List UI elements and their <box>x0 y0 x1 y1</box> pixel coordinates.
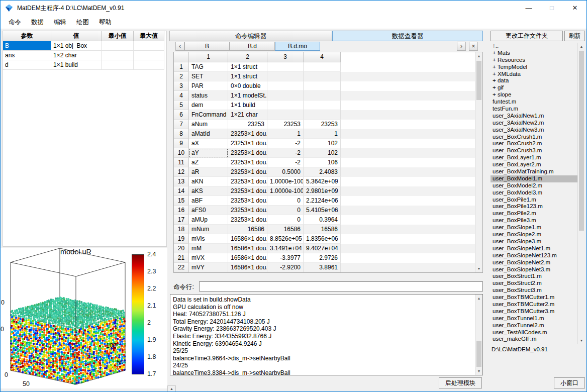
menu-plot[interactable]: 绘图 <box>71 16 94 29</box>
menu-data[interactable]: 数据 <box>26 16 49 29</box>
file-item[interactable]: user_BoxPile2.m <box>491 210 577 217</box>
grid-cell[interactable]: aZ <box>189 158 228 167</box>
grid-cell[interactable]: mNum <box>189 225 228 234</box>
minimize-button[interactable]: — <box>517 1 540 16</box>
grid-cell[interactable]: 16586×1 dou... <box>228 244 267 253</box>
grid-cell[interactable]: 1.0000e-100 <box>267 177 304 186</box>
grid-cell[interactable]: 5.3642e+09 <box>304 177 341 186</box>
file-item[interactable]: user_BoxModel2.m <box>491 182 577 189</box>
grid-cell[interactable]: 102 <box>304 139 341 148</box>
file-item[interactable]: user_BoxModel1.m <box>491 175 577 182</box>
grid-cell[interactable]: aY <box>189 148 228 158</box>
small-window-button[interactable]: 小窗口 <box>554 377 585 388</box>
grid-cell[interactable] <box>304 81 341 91</box>
grid-cell[interactable]: -2 <box>267 148 304 158</box>
grid-cell[interactable]: mVY <box>189 263 228 272</box>
scroll-down-icon[interactable]: ▼ <box>475 265 482 272</box>
menu-command[interactable]: 命令 <box>4 16 26 29</box>
grid-row[interactable]: 1TAG1×1 struct <box>174 62 475 72</box>
grid-cell[interactable] <box>267 91 304 101</box>
file-item[interactable]: + data <box>491 77 577 84</box>
grid-row[interactable]: 4status1×1 modelSt... <box>174 91 475 101</box>
file-item[interactable]: user_BoxModel3.m <box>491 189 577 197</box>
file-item[interactable]: user_BoxSlopeNet2.m <box>491 259 577 266</box>
console-output[interactable]: Data is set in build.showDataGPU calcula… <box>170 294 483 375</box>
subtab-b[interactable]: B <box>184 42 230 51</box>
file-item[interactable]: user_BoxLayer1.m <box>491 154 577 161</box>
file-item[interactable]: user_BoxSlopeNet1.m <box>491 245 577 252</box>
grid-cell[interactable]: 3.8961 <box>304 263 341 272</box>
tab-command-editor[interactable]: 命令编辑器 <box>169 31 332 41</box>
grid-cell[interactable]: 23253×1 dou... <box>228 148 267 158</box>
grid-row[interactable]: 3PAR0×0 double <box>174 81 475 91</box>
scroll-down-icon[interactable]: ▼ <box>475 367 482 375</box>
subtab-close-button[interactable]: × <box>469 42 478 51</box>
grid-cell[interactable]: 0 <box>267 196 304 206</box>
grid-cell[interactable]: 16586×1 dou... <box>228 263 267 272</box>
grid-cell[interactable]: -2 <box>267 139 304 148</box>
file-item[interactable]: user_3AxialNew3.m <box>491 127 577 134</box>
file-item[interactable]: user_BoxPile3.m <box>491 217 577 224</box>
file-item[interactable]: user_BoxTunnel2.m <box>491 322 577 329</box>
file-item[interactable]: testFun.m <box>491 106 577 113</box>
subtab-b-d[interactable]: B.d <box>230 42 275 51</box>
workspace-row[interactable]: B1×1 obj_Box <box>3 41 166 51</box>
grid-cell[interactable] <box>304 91 341 101</box>
refresh-button[interactable]: 刷新 <box>564 31 585 41</box>
grid-row[interactable]: 17aMUp23253×1 dou...00.3964 <box>174 215 475 225</box>
file-item[interactable]: user_3AxialNew2.m <box>491 120 577 127</box>
grid-cell[interactable]: 23253×1 dou... <box>228 158 267 167</box>
grid-cell[interactable]: 1.0000e-100 <box>267 186 304 196</box>
grid-cell[interactable]: 23253×1 dou... <box>228 129 267 139</box>
file-item[interactable]: user_BoxStruct2.m <box>491 280 577 287</box>
scroll-down-icon[interactable]: ▼ <box>578 337 585 344</box>
grid-cell[interactable]: 1×1 struct <box>228 72 267 81</box>
grid-cell[interactable]: 0.5000 <box>267 167 304 177</box>
grid-cell[interactable]: 16586×1 dou... <box>228 253 267 263</box>
scroll-up-icon[interactable]: ▲ <box>578 43 585 50</box>
grid-cell[interactable]: 8.8526e+05 <box>267 234 304 244</box>
grid-cell[interactable]: 1×1 struct <box>228 62 267 72</box>
grid-cell[interactable]: aNum <box>189 120 228 129</box>
subtab-prev-button[interactable]: ‹ <box>175 42 184 51</box>
grid-cell[interactable]: 16586 <box>228 225 267 234</box>
file-item[interactable]: user_BoxCrush2.m <box>491 140 577 147</box>
grid-cell[interactable]: 106 <box>304 158 341 167</box>
scroll-up-icon[interactable]: ▲ <box>475 52 482 60</box>
workspace-row[interactable]: ans1×2 char <box>3 51 166 60</box>
grid-row[interactable]: 15aBF23253×1 dou...02.2124e+06 <box>174 196 475 206</box>
grid-row[interactable]: 12aR23253×1 dou...0.50002.4083 <box>174 167 475 177</box>
grid-cell[interactable]: 1×21 char <box>228 110 267 120</box>
grid-cell[interactable]: 2.4083 <box>304 167 341 177</box>
grid-row[interactable]: 2SET1×1 struct <box>174 72 475 81</box>
grid-cell[interactable]: 23253×1 dou... <box>228 186 267 196</box>
grid-row[interactable]: 13aKN23253×1 dou...1.0000e-1005.3642e+09 <box>174 177 475 186</box>
close-button[interactable]: ✕ <box>563 1 586 16</box>
grid-cell[interactable]: 23253 <box>304 120 341 129</box>
maximize-button[interactable]: □ <box>540 1 563 16</box>
file-item[interactable]: user_BoxSlopeNet123.m <box>491 252 577 259</box>
grid-row[interactable]: 20mM16586×1 dou...3.1491e+049.4027e+04 <box>174 244 475 253</box>
grid-cell[interactable] <box>304 110 341 120</box>
grid-cell[interactable]: 23253×1 dou... <box>228 196 267 206</box>
change-folder-button[interactable]: 更改工作文件夹 <box>491 31 563 41</box>
grid-cell[interactable] <box>267 72 304 81</box>
grid-cell[interactable]: -2 <box>267 158 304 167</box>
grid-cell[interactable]: 0 <box>267 206 304 215</box>
grid-cell[interactable]: 102 <box>304 148 341 158</box>
grid-cell[interactable]: aMatId <box>189 129 228 139</box>
grid-cell[interactable]: aMUp <box>189 215 228 225</box>
file-item[interactable]: user_BoxTunnel1.m <box>491 315 577 322</box>
grid-cell[interactable]: aKS <box>189 186 228 196</box>
grid-cell[interactable]: 16586 <box>267 225 304 234</box>
grid-cell[interactable]: 1×1 modelSt... <box>228 91 267 101</box>
file-item[interactable]: user_BoxTBMCutter3.m <box>491 308 577 315</box>
file-item[interactable]: user_BoxLayer2.m <box>491 161 577 168</box>
file-item[interactable]: user_BoxMatTraining.m <box>491 168 577 175</box>
grid-cell[interactable]: aBF <box>189 196 228 206</box>
grid-cell[interactable]: 1 <box>304 129 341 139</box>
menu-help[interactable]: 帮助 <box>94 16 117 29</box>
grid-cell[interactable]: 23253×1 dou... <box>228 177 267 186</box>
command-line-input[interactable] <box>199 281 483 291</box>
grid-row[interactable]: 6FnCommand1×21 char <box>174 110 475 120</box>
